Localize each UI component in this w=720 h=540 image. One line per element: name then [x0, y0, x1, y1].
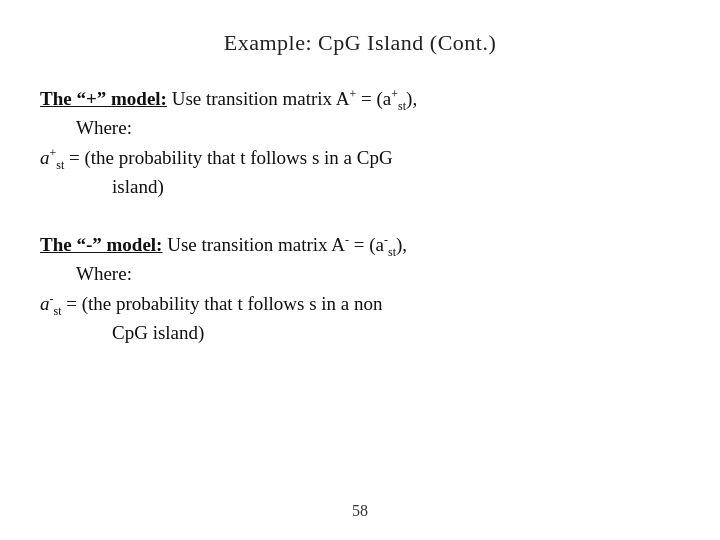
- block-plus-line4: island): [112, 172, 680, 201]
- minus-a-sub2: st: [54, 303, 62, 317]
- plus-line1-text: Use transition matrix A+ = (a+st),: [167, 88, 417, 109]
- plus-where: Where:: [76, 117, 132, 138]
- block-minus-line2: Where:: [76, 259, 680, 288]
- plus-island: island): [112, 176, 164, 197]
- minus-a-italic: a: [40, 293, 50, 314]
- plus-a-italic: a: [40, 147, 50, 168]
- plus-a-sub: st: [398, 99, 406, 113]
- slide: Example: CpG Island (Cont.) The “+” mode…: [0, 0, 720, 540]
- minus-line3-text: = (the probability that t follows s in a…: [62, 293, 383, 314]
- block-minus-line1: The “-” model: Use transition matrix A- …: [40, 230, 680, 259]
- block-minus-line3: a-st = (the probability that t follows s…: [40, 289, 680, 318]
- minus-A-sup: -: [345, 232, 349, 246]
- plus-model-label: The “+” model:: [40, 88, 167, 109]
- minus-where: Where:: [76, 263, 132, 284]
- block-plus-line2: Where:: [76, 113, 680, 142]
- minus-island: CpG island): [112, 322, 204, 343]
- block-plus-line3: a+st = (the probability that t follows s…: [40, 143, 680, 172]
- minus-model-label: The “-” model:: [40, 234, 162, 255]
- block-plus-line1: The “+” model: Use transition matrix A+ …: [40, 84, 680, 113]
- slide-content: The “+” model: Use transition matrix A+ …: [40, 84, 680, 492]
- block-minus-line4: CpG island): [112, 318, 680, 347]
- page-number: 58: [40, 492, 680, 520]
- minus-line1-text: Use transition matrix A- = (a-st),: [162, 234, 407, 255]
- minus-a-sub: st: [388, 245, 396, 259]
- slide-title: Example: CpG Island (Cont.): [40, 30, 680, 56]
- block-minus-model: The “-” model: Use transition matrix A- …: [40, 230, 680, 348]
- plus-line3-text: = (the probability that t follows s in a…: [64, 147, 392, 168]
- plus-A-sup: +: [350, 87, 357, 101]
- block-plus-model: The “+” model: Use transition matrix A+ …: [40, 84, 680, 202]
